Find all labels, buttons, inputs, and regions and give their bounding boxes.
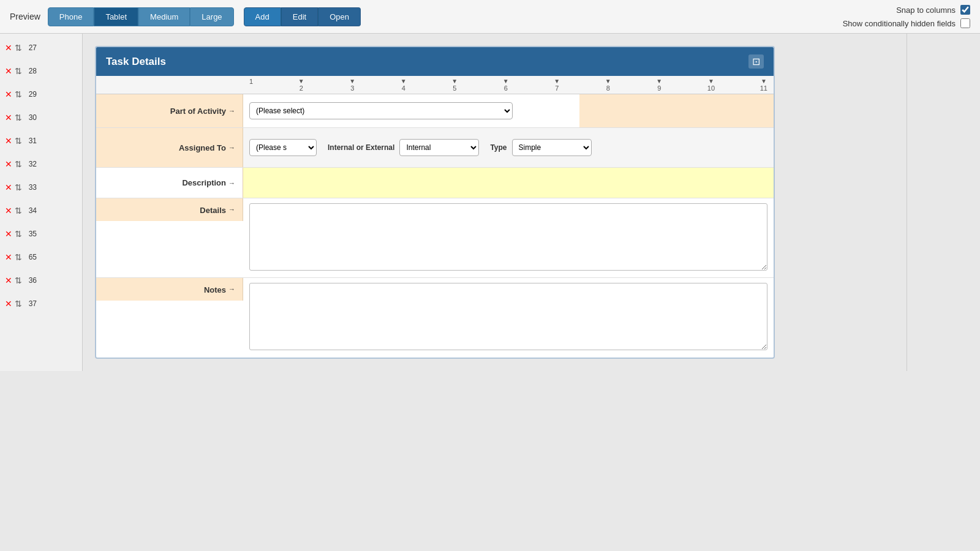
type-label: Type <box>490 143 507 152</box>
btn-edit[interactable]: Edit <box>281 7 318 26</box>
btn-tablet[interactable]: Tablet <box>94 7 138 26</box>
panel-header: Task Details ⊡ <box>96 47 774 76</box>
sort-65[interactable]: ⇅ <box>15 252 22 262</box>
snap-area: Snap to columns Show conditionally hidde… <box>843 5 970 28</box>
sort-27[interactable]: ⇅ <box>15 43 22 53</box>
ruler-7: ▼7 <box>554 78 560 92</box>
assigned-to-content: (Please s Internal or External Internal … <box>243 128 774 167</box>
part-of-activity-select[interactable]: (Please select) <box>249 102 513 119</box>
form-panel: Task Details ⊡ 1 ▼2 ▼3 ▼4 ▼5 <box>95 46 775 359</box>
rownum-31: 31 <box>24 137 37 145</box>
right-sidebar <box>907 34 980 371</box>
sidebar-row-29: ✕ ⇅ 29 <box>0 83 82 106</box>
snap-label: Snap to columns <box>896 6 956 15</box>
internal-external-select[interactable]: Internal External <box>399 139 479 156</box>
hidden-row: Show conditionally hidden fields <box>843 18 970 28</box>
sort-32[interactable]: ⇅ <box>15 159 22 169</box>
type-group: Type Simple Complex <box>489 139 591 156</box>
description-content <box>243 168 774 198</box>
assigned-to-label: Assigned To → <box>96 128 243 167</box>
rownum-36: 36 <box>24 276 37 285</box>
sort-30[interactable]: ⇅ <box>15 113 22 122</box>
btn-phone[interactable]: Phone <box>48 7 94 26</box>
btn-medium[interactable]: Medium <box>138 7 190 26</box>
delete-30[interactable]: ✕ <box>5 113 12 122</box>
form-grid: Part of Activity → (Please select) Assig… <box>96 94 774 358</box>
btn-large[interactable]: Large <box>190 7 233 26</box>
details-textarea[interactable] <box>249 203 767 271</box>
ruler-11: ▼11 <box>760 78 767 92</box>
sort-28[interactable]: ⇅ <box>15 66 22 76</box>
type-select[interactable]: Simple Complex <box>512 139 592 156</box>
delete-34[interactable]: ✕ <box>5 206 12 215</box>
sort-34[interactable]: ⇅ <box>15 206 22 216</box>
delete-37[interactable]: ✕ <box>5 299 12 308</box>
panel-icon[interactable]: ⊡ <box>748 54 764 69</box>
sidebar-row-27: ✕ ⇅ 27 <box>0 36 82 59</box>
delete-29[interactable]: ✕ <box>5 90 12 99</box>
sidebar-row-34: ✕ ⇅ 34 <box>0 199 82 222</box>
sidebar-row-28: ✕ ⇅ 28 <box>0 59 82 83</box>
sidebar-row-36: ✕ ⇅ 36 <box>0 269 82 292</box>
ruler-4: ▼4 <box>401 78 407 92</box>
notes-content <box>243 278 774 357</box>
sidebar-row-32: ✕ ⇅ 32 <box>0 152 82 176</box>
sort-33[interactable]: ⇅ <box>15 182 22 192</box>
rownum-30: 30 <box>24 113 37 122</box>
sidebar-row-35: ✕ ⇅ 35 <box>0 222 82 246</box>
ruler-3: ▼3 <box>349 78 355 92</box>
details-content <box>243 198 774 277</box>
delete-27[interactable]: ✕ <box>5 43 12 52</box>
assigned-to-arrow: → <box>228 144 235 151</box>
rownum-27: 27 <box>24 43 37 52</box>
description-label: Description → <box>96 168 243 198</box>
hidden-checkbox[interactable] <box>960 18 970 28</box>
assigned-to-select[interactable]: (Please s <box>249 139 317 156</box>
delete-36[interactable]: ✕ <box>5 276 12 285</box>
delete-35[interactable]: ✕ <box>5 230 12 238</box>
sidebar-row-30: ✕ ⇅ 30 <box>0 106 82 129</box>
sidebar-row-31: ✕ ⇅ 31 <box>0 129 82 152</box>
left-sidebar: ✕ ⇅ 27 ✕ ⇅ 28 ✕ ⇅ 29 ✕ ⇅ 30 ✕ ⇅ 31 ✕ ⇅ 3… <box>0 34 83 371</box>
part-of-activity-content: (Please select) <box>243 94 579 127</box>
rownum-28: 28 <box>24 67 37 75</box>
sidebar-row-65: ✕ ⇅ 65 <box>0 246 82 269</box>
delete-32[interactable]: ✕ <box>5 160 12 168</box>
details-label: Details → <box>96 198 243 221</box>
top-bar: Preview Phone Tablet Medium Large Add Ed… <box>0 0 980 34</box>
notes-textarea[interactable] <box>249 283 767 350</box>
assigned-to-row: Assigned To → (Please s Internal or Exte… <box>96 128 774 168</box>
sort-29[interactable]: ⇅ <box>15 89 22 99</box>
ruler-6: ▼6 <box>503 78 509 92</box>
view-button-group: Phone Tablet Medium Large <box>48 7 234 26</box>
sort-31[interactable]: ⇅ <box>15 136 22 146</box>
delete-31[interactable]: ✕ <box>5 137 12 145</box>
sidebar-row-33: ✕ ⇅ 33 <box>0 176 82 199</box>
panel-title: Task Details <box>106 56 166 68</box>
btn-add[interactable]: Add <box>244 7 281 26</box>
delete-33[interactable]: ✕ <box>5 183 12 192</box>
main-content: ✕ ⇅ 27 ✕ ⇅ 28 ✕ ⇅ 29 ✕ ⇅ 30 ✕ ⇅ 31 ✕ ⇅ 3… <box>0 34 980 371</box>
btn-open[interactable]: Open <box>318 7 361 26</box>
description-arrow: → <box>228 179 235 187</box>
sort-36[interactable]: ⇅ <box>15 276 22 285</box>
action-button-group: Add Edit Open <box>244 7 361 26</box>
notes-textarea-wrap <box>249 283 767 352</box>
preview-label: Preview <box>10 12 40 21</box>
rownum-32: 32 <box>24 160 37 168</box>
sort-35[interactable]: ⇅ <box>15 229 22 239</box>
form-area: Task Details ⊡ 1 ▼2 ▼3 ▼4 ▼5 <box>83 34 907 371</box>
ruler-2: ▼2 <box>298 78 304 92</box>
notes-arrow: → <box>228 285 235 293</box>
delete-65[interactable]: ✕ <box>5 253 12 261</box>
details-arrow: → <box>228 206 235 213</box>
rownum-29: 29 <box>24 90 37 99</box>
delete-28[interactable]: ✕ <box>5 67 12 75</box>
rownum-34: 34 <box>24 206 37 215</box>
sort-37[interactable]: ⇅ <box>15 299 22 309</box>
part-of-activity-arrow: → <box>228 107 235 114</box>
ruler-1: 1 <box>249 78 253 92</box>
details-row: Details → <box>96 198 774 278</box>
description-row: Description → <box>96 168 774 198</box>
snap-checkbox[interactable] <box>960 5 970 15</box>
